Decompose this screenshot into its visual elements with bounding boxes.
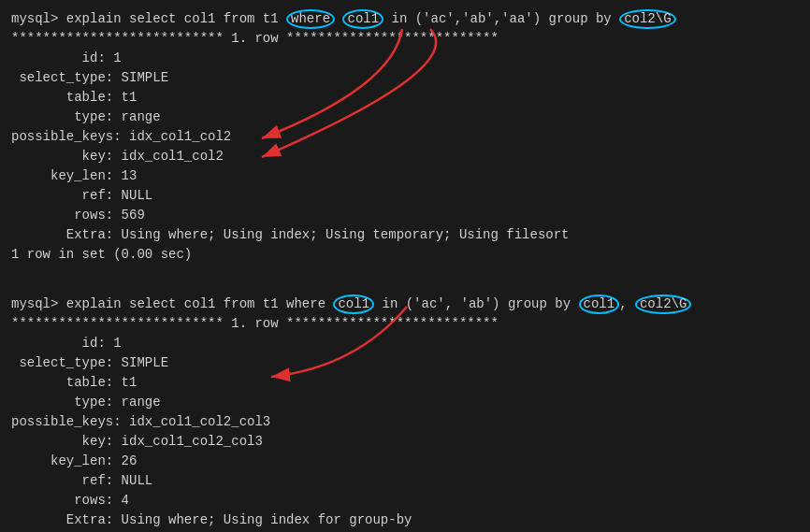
query-block-1: mysql> explain select col1 from t1 where… [11,9,799,265]
field-possible-keys-1: possible_keys: idx_col1_col2 [11,127,799,147]
highlight-col1-2: col1 [333,295,374,314]
field-extra-2: Extra: Using where; Using index for grou… [11,510,799,530]
field-key-2: key: idx_col1_col2_col3 [11,432,799,452]
field-type-2: type: range [11,393,799,412]
field-id-1: id: 1 [11,49,799,68]
highlight-col2-2: col2\G [635,295,691,314]
field-type-1: type: range [11,108,799,127]
field-select-type-1: select_type: SIMPLE [11,68,799,88]
field-key-len-1: key_len: 13 [11,166,799,186]
field-ref-2: ref: NULL [11,471,799,491]
field-extra-1: Extra: Using where; Using index; Using t… [11,225,799,245]
field-key-1: key: idx_col1_col2 [11,147,799,166]
field-table-2: table: t1 [11,373,799,393]
terminal: mysql> explain select col1 from t1 where… [0,0,810,532]
footer-1: 1 row in set (0.00 sec) [11,245,799,265]
highlight-where-1: where [286,9,335,29]
field-ref-1: ref: NULL [11,186,799,206]
prompt-line-1: mysql> explain select col1 from t1 where… [11,9,799,29]
highlight-col1-1: col1 [342,9,383,29]
field-select-type-2: select_type: SIMPLE [11,353,799,373]
field-rows-2: rows: 4 [11,491,799,510]
field-key-len-2: key_len: 26 [11,452,799,471]
highlight-col2-1: col2\G [619,9,675,29]
field-id-2: id: 1 [11,334,799,353]
field-table-1: table: t1 [11,88,799,108]
separator-2: *************************** 1. row *****… [11,314,799,334]
field-possible-keys-2: possible_keys: idx_col1_col2_col3 [11,412,799,432]
highlight-col1-group-2: col1 [579,295,620,314]
prompt-line-2: mysql> explain select col1 from t1 where… [11,295,799,314]
separator-1: *************************** 1. row *****… [11,29,799,49]
field-rows-1: rows: 569 [11,206,799,225]
query-block-2: mysql> explain select col1 from t1 where… [11,295,799,530]
